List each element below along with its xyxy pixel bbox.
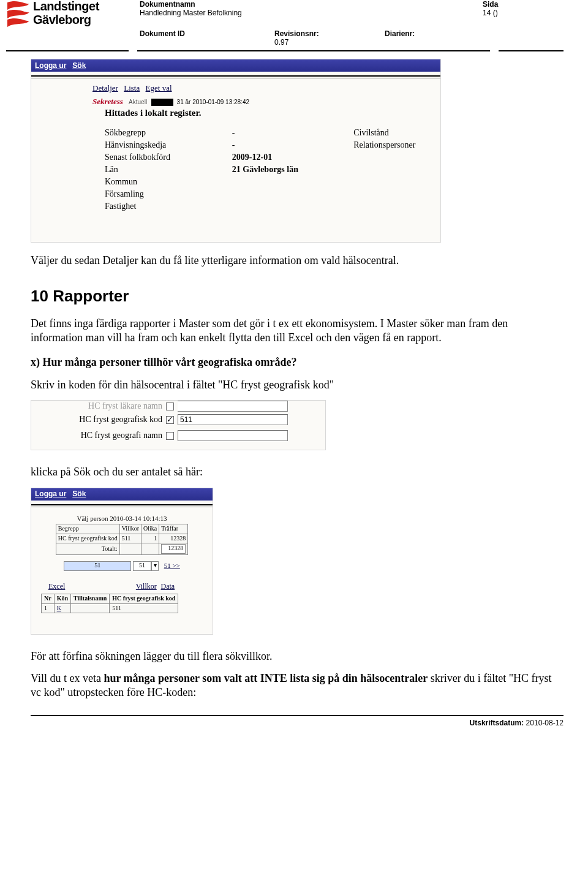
label-fastighet: Fastighet: [105, 202, 232, 214]
grid-h-traffar: Träffar: [159, 524, 188, 534]
label-lan: Län: [105, 165, 232, 177]
logo-icon: [6, 0, 31, 31]
question-x: x) Hur många personer tillhör vårt geogr…: [31, 355, 557, 369]
para-5a: För att förfina sökningen lägger du till…: [31, 649, 557, 663]
t2-r-kon[interactable]: K: [57, 605, 61, 611]
grid-totalt-value: 12328: [161, 544, 186, 554]
field-label-hc-geonamn: HC fryst geografi namn: [43, 430, 166, 441]
para-3: Skriv in koden för din hälsocentral i fä…: [31, 378, 557, 392]
checkbox-hc-lakare[interactable]: [166, 402, 174, 410]
screenshot-results: Logga ur Sök Välj person 2010-03-14 10:1…: [31, 488, 213, 635]
footer-value: 2010-08-12: [526, 719, 564, 727]
tab-lista[interactable]: Lista: [124, 83, 140, 93]
grid-r1-traffar: 12328: [159, 534, 188, 543]
sida-value: 14 (): [483, 9, 498, 17]
sekretess-label: Sekretess: [92, 97, 123, 106]
label-senast: Senast folkbokförd: [105, 153, 232, 165]
footer-text: Utskriftsdatum: 2010-08-12: [31, 719, 564, 727]
screenshot-fields: HC fryst läkare namn HC fryst geografisk…: [31, 400, 326, 450]
diarienr-label: Diarienr:: [385, 29, 415, 38]
para-5b-bold: hur många personer som valt att INTE lis…: [104, 672, 428, 684]
link-excel[interactable]: Excel: [48, 582, 65, 591]
t2-h-kon: Kön: [54, 594, 70, 604]
field-label-hc-lakare: HC fryst läkare namn: [43, 401, 166, 412]
value-senast: 2009-12-01: [232, 153, 353, 165]
revisionsnr-value: 0.97: [274, 38, 288, 47]
t2-h-tilltal: Tilltalsnamn: [71, 594, 110, 604]
label-civilstand: Civilstånd: [353, 128, 440, 140]
pager-dropdown-icon[interactable]: ▾: [151, 561, 159, 571]
grid-r1-begrepp: HC fryst geografisk kod: [56, 534, 119, 543]
para-2: Det finns inga färdiga rapporter i Maste…: [31, 317, 557, 344]
header-rule: [6, 50, 564, 51]
field-label-hc-geokod: HC fryst geografisk kod: [43, 414, 166, 425]
nav-sok-link[interactable]: Sök: [72, 61, 86, 70]
aktuell-label: Aktuell: [129, 99, 147, 105]
value-lan: 21 Gävleborgs län: [232, 165, 353, 177]
logo-text-2: Gävleborg: [33, 13, 99, 26]
grid-h-olika: Olika: [141, 524, 159, 534]
grid-totalt-label: Totalt:: [56, 543, 119, 555]
dokumentnamn-value: Handledning Master Befolkning: [140, 9, 242, 17]
redacted-block: [151, 99, 173, 106]
link-villkor[interactable]: Villkor: [136, 582, 157, 591]
grid-r1-villkor: 511: [119, 534, 141, 543]
tab-eget-val[interactable]: Eget val: [146, 83, 172, 93]
pager-next-link[interactable]: 51 >>: [164, 562, 180, 569]
t2-r-tilltal: [71, 603, 110, 613]
input-hc-geonamn[interactable]: [178, 430, 288, 441]
app-navbar: Logga ur Sök: [31, 59, 440, 72]
screenshot-details: Logga ur Sök Detaljer Lista Eget val Sek…: [31, 59, 441, 243]
grid-h-villkor: Villkor: [119, 524, 141, 534]
hittades-text: Hittades i lokalt register.: [31, 107, 440, 118]
para-5b: Vill du t ex veta hur många personer som…: [31, 671, 557, 699]
sida-label: Sida: [483, 0, 498, 9]
aktuell-timestamp: 31 är 2010-01-09 13:28:42: [177, 99, 249, 105]
t2-h-nr: Nr: [42, 594, 55, 604]
footer-label: Utskriftsdatum:: [470, 719, 524, 727]
nav-loggaur-link[interactable]: Logga ur: [35, 61, 66, 70]
tab-detaljer[interactable]: Detaljer: [92, 83, 118, 93]
pager-input-a[interactable]: 51: [64, 561, 131, 571]
grid-h-begrepp: Begrepp: [56, 524, 119, 534]
value-sokbegrepp: -: [232, 128, 353, 140]
revisionsnr-label: Revisionsnr:: [274, 29, 319, 38]
para-1: Väljer du sedan Detaljer kan du få lite …: [31, 254, 557, 268]
t2-r-kod: 511: [110, 603, 178, 613]
app-navbar-2: Logga ur Sök: [31, 488, 213, 501]
header-meta: Dokumentnamn Handledning Master Befolkni…: [137, 0, 564, 47]
para-4: klicka på Sök och du ser antalet så här:: [31, 465, 557, 479]
nav-loggaur-link-2[interactable]: Logga ur: [35, 489, 66, 499]
t2-r-nr: 1: [42, 603, 55, 613]
logo-block: Landstinget Gävleborg: [6, 0, 137, 31]
results-grid: Begrepp Villkor Olika Träffar HC fryst g…: [56, 524, 188, 555]
nav-sok-link-2[interactable]: Sök: [72, 489, 86, 499]
checkbox-hc-geokod[interactable]: [166, 416, 174, 424]
input-hc-lakare[interactable]: [178, 401, 288, 412]
label-sokbegrepp: Sökbegrepp: [105, 128, 232, 140]
para-5b-pre: Vill du t ex veta: [31, 672, 104, 684]
label-kommun: Kommun: [105, 177, 232, 189]
document-header: Landstinget Gävleborg Dokumentnamn Handl…: [0, 0, 588, 49]
label-forsamling: Församling: [105, 189, 232, 202]
logo-text-1: Landstinget: [33, 0, 99, 12]
footer-rule: [31, 715, 564, 716]
link-data[interactable]: Data: [161, 582, 175, 591]
input-hc-geokod[interactable]: [178, 414, 288, 425]
pager-input-b[interactable]: 51: [133, 561, 151, 571]
label-hanvisning: Hänvisningskedja: [105, 140, 232, 153]
dokumentnamn-label: Dokumentnamn: [140, 0, 195, 9]
results-table2: Nr Kön Tilltalsnamn HC fryst geografisk …: [41, 594, 178, 613]
results-title: Välj person 2010-03-14 10:14:13: [36, 515, 208, 523]
checkbox-hc-geonamn[interactable]: [166, 432, 174, 440]
label-relation: Relationspersoner: [353, 140, 440, 153]
t2-h-kod: HC fryst geografisk kod: [110, 594, 178, 604]
heading-10-rapporter: 10 Rapporter: [31, 286, 557, 306]
tabs: Detaljer Lista Eget val: [31, 78, 440, 93]
value-hanvisning: -: [232, 140, 353, 153]
grid-r1-olika: 1: [141, 534, 159, 543]
dokument-id-label: Dokument ID: [140, 29, 185, 38]
